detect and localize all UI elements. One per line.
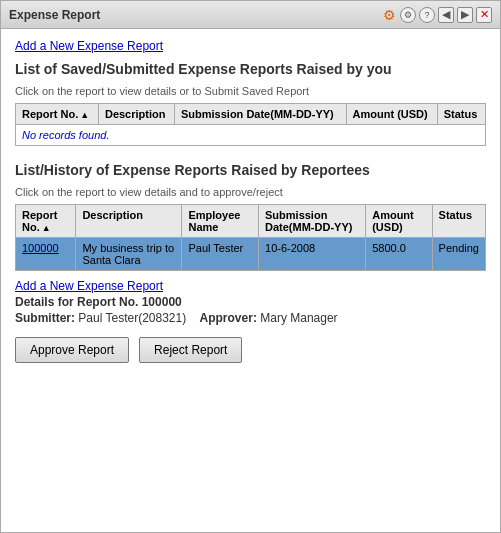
section2-title: List/History of Expense Reports Raised b…	[15, 162, 486, 178]
back-icon[interactable]: ◀	[438, 7, 454, 23]
col2-submission-date: Submission Date(MM-DD-YY)	[259, 205, 366, 238]
settings-icon[interactable]: ⚙	[381, 7, 397, 23]
cell-status: Pending	[432, 238, 485, 271]
col2-description: Description	[76, 205, 182, 238]
col2-amount: Amount (USD)	[366, 205, 432, 238]
approve-button[interactable]: Approve Report	[15, 337, 129, 363]
details-label: Details for Report No. 100000	[15, 295, 182, 309]
action-buttons: Approve Report Reject Report	[15, 337, 486, 363]
submitter-label: Submitter:	[15, 311, 75, 325]
saved-reports-table: Report No.▲ Description Submission Date(…	[15, 103, 486, 146]
close-icon[interactable]: ✕	[476, 7, 492, 23]
col2-status: Status	[432, 205, 485, 238]
submitter-value: Paul Tester(208321)	[78, 311, 186, 325]
details-add-link-line: Add a New Expense Report	[15, 279, 486, 293]
report-no-link[interactable]: 100000	[22, 242, 59, 254]
table-row[interactable]: 100000 My business trip to Santa Clara P…	[16, 238, 486, 271]
reportees-table: Report No.▲ Description Employee Name Su…	[15, 204, 486, 271]
no-records-cell: No records found.	[16, 125, 486, 146]
help-icon[interactable]: ?	[419, 7, 435, 23]
section2-gap: List/History of Expense Reports Raised b…	[15, 162, 486, 178]
cell-amount: 5800.0	[366, 238, 432, 271]
bottom-add-link[interactable]: Add a New Expense Report	[15, 279, 163, 293]
no-records-text: No records found.	[22, 129, 109, 141]
details-submitter-line: Submitter: Paul Tester(208321) Approver:…	[15, 311, 486, 325]
section1-instruction: Click on the report to view details or t…	[15, 85, 486, 97]
tools-icon[interactable]: ⚙	[400, 7, 416, 23]
sort-arrow2: ▲	[42, 223, 51, 233]
top-add-link[interactable]: Add a New Expense Report	[15, 39, 163, 53]
section1-title: List of Saved/Submitted Expense Reports …	[15, 61, 486, 77]
col-amount: Amount (USD)	[346, 104, 437, 125]
cell-submission-date: 10-6-2008	[259, 238, 366, 271]
reject-button[interactable]: Reject Report	[139, 337, 242, 363]
cell-employee-name: Paul Tester	[182, 238, 259, 271]
col2-employee-name: Employee Name	[182, 205, 259, 238]
main-content: Add a New Expense Report List of Saved/S…	[1, 29, 500, 373]
title-bar-icons: ⚙ ⚙ ? ◀ ▶ ✕	[381, 7, 492, 23]
section2-instruction: Click on the report to view details and …	[15, 186, 486, 198]
cell-description: My business trip to Santa Clara	[76, 238, 182, 271]
window-title: Expense Report	[9, 8, 100, 22]
cell-report-no[interactable]: 100000	[16, 238, 76, 271]
col-report-no: Report No.▲	[16, 104, 99, 125]
title-bar: Expense Report ⚙ ⚙ ? ◀ ▶ ✕	[1, 1, 500, 29]
approver-label: Approver:	[200, 311, 257, 325]
col-submission-date: Submission Date(MM-DD-YY)	[175, 104, 347, 125]
forward-icon[interactable]: ▶	[457, 7, 473, 23]
details-report-line: Details for Report No. 100000	[15, 295, 486, 309]
details-section: Add a New Expense Report Details for Rep…	[15, 279, 486, 325]
approver-value: Mary Manager	[260, 311, 337, 325]
sort-arrow: ▲	[80, 110, 89, 120]
col2-report-no: Report No.▲	[16, 205, 76, 238]
col-description: Description	[98, 104, 174, 125]
col-status: Status	[437, 104, 485, 125]
